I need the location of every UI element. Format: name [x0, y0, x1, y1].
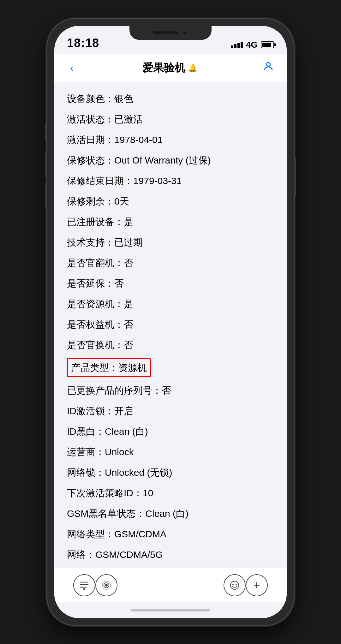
info-row-warranty-status: 保修状态：Out Of Warranty (过保) — [67, 150, 274, 170]
info-label-network-type: 网络类型： — [67, 529, 114, 539]
volume-down-button[interactable] — [45, 183, 47, 208]
info-label-activation-policy: 下次激活策略ID： — [67, 488, 143, 498]
svg-point-1 — [83, 588, 85, 590]
info-row-carrier: 运营商：Unlock — [67, 442, 274, 462]
svg-point-8 — [230, 581, 239, 589]
info-label-replaced-serial: 已更换产品的序列号： — [67, 385, 162, 396]
info-value-device-color: 银色 — [114, 93, 133, 104]
info-row-warranty-remain: 保修剩余：0天 — [67, 191, 274, 212]
info-row-replacement-device: 是否官换机：否 — [67, 335, 274, 355]
info-row-network-lock: 网络锁：Unlocked (无锁) — [67, 462, 274, 483]
info-row-activation-date: 激活日期：1978-04-01 — [67, 129, 274, 150]
info-row-device-color: 设备颜色：银色 — [67, 88, 274, 109]
info-row-network-type: 网络类型：GSM/CDMA — [67, 524, 274, 544]
status-icons: 4G — [231, 40, 274, 50]
front-camera — [182, 30, 188, 36]
signal-button[interactable] — [95, 574, 117, 596]
volume-up-button[interactable] — [45, 152, 47, 177]
info-value-resource-device: 是 — [124, 299, 133, 309]
info-label-warranty-remain: 保修剩余： — [67, 196, 114, 206]
svg-point-5 — [105, 584, 108, 587]
signal-icon — [231, 42, 243, 48]
info-row-activation-policy: 下次激活策略ID：10 — [67, 483, 274, 503]
network-label: 4G — [246, 40, 258, 50]
emoji-button[interactable] — [224, 574, 246, 596]
info-label-activation-status: 激活状态： — [67, 114, 114, 124]
info-value-id-lock: 开启 — [114, 406, 133, 416]
info-row-official-refurb: 是否官翻机：否 — [67, 253, 274, 273]
info-value-activation-date: 1978-04-01 — [114, 134, 163, 145]
info-value-rights-device: 否 — [124, 319, 133, 330]
nav-title: 爱果验机 🔔 — [142, 61, 197, 75]
info-row-warranty-end: 保修结束日期：1979-03-31 — [67, 170, 274, 191]
list-button[interactable] — [73, 574, 95, 596]
power-button[interactable] — [294, 158, 296, 196]
info-row-tech-support: 技术支持：已过期 — [67, 232, 274, 253]
info-value-registered-device: 是 — [124, 217, 133, 227]
info-label-warranty-status: 保修状态： — [67, 155, 114, 165]
info-value-activation-policy: 10 — [143, 488, 153, 498]
info-row-replaced-serial: 已更换产品的序列号：否 — [67, 380, 274, 401]
info-label-activation-date: 激活日期： — [67, 134, 114, 145]
info-row-network: 网络：GSM/CDMA/5G — [67, 544, 274, 565]
status-time: 18:18 — [67, 36, 99, 50]
home-bar — [131, 609, 210, 611]
info-value-carrier: Unlock — [105, 447, 134, 457]
info-label-extended-warranty: 是否延保： — [67, 278, 114, 289]
phone-screen: 18:18 4G ‹ 爱果验机 🔔 — [54, 26, 287, 618]
info-row-product-type: 产品类型：资源机 — [67, 355, 274, 380]
info-label-device-color: 设备颜色： — [67, 93, 114, 104]
bottom-toolbar: + — [54, 568, 287, 602]
info-label-network-lock: 网络锁： — [67, 467, 105, 478]
highlighted-value-product-type: 产品类型：资源机 — [67, 358, 151, 377]
info-value-tech-support: 已过期 — [114, 237, 143, 247]
info-label-id-lock: ID激活锁： — [67, 406, 114, 416]
info-label-network: 网络： — [67, 549, 95, 560]
info-row-sim-card: SIM卡：单卡 (nano-SIM + eSIM) — [67, 565, 274, 568]
info-value-official-refurb: 否 — [124, 258, 133, 268]
info-label-resource-device: 是否资源机： — [67, 299, 124, 309]
info-label-warranty-end: 保修结束日期： — [67, 176, 133, 186]
profile-icon[interactable] — [263, 61, 274, 75]
info-label-replacement-device: 是否官换机： — [67, 340, 124, 350]
notch — [129, 26, 212, 40]
info-label-carrier: 运营商： — [67, 447, 105, 457]
info-value-network: GSM/CDMA/5G — [95, 549, 163, 560]
info-row-id-lock: ID激活锁：开启 — [67, 401, 274, 421]
bell-icon[interactable]: 🔔 — [188, 63, 197, 72]
battery-fill — [262, 43, 271, 47]
info-value-warranty-status: Out Of Warranty (过保) — [114, 155, 211, 165]
svg-point-0 — [266, 63, 270, 66]
nav-title-text: 爱果验机 — [142, 61, 185, 75]
battery-icon — [261, 41, 274, 48]
info-label-id-blacklist: ID黑白： — [67, 426, 105, 437]
info-row-rights-device: 是否权益机：否 — [67, 314, 274, 335]
info-row-gsm-blacklist: GSM黑名单状态：Clean (白) — [67, 503, 274, 524]
info-row-extended-warranty: 是否延保：否 — [67, 273, 274, 294]
home-indicator — [54, 602, 287, 618]
speaker — [153, 31, 178, 34]
info-value-replaced-serial: 否 — [162, 385, 171, 396]
add-button[interactable]: + — [246, 574, 268, 596]
nav-bar: ‹ 爱果验机 🔔 — [54, 54, 287, 82]
content-area[interactable]: 设备颜色：银色激活状态：已激活激活日期：1978-04-01保修状态：Out O… — [54, 82, 287, 568]
info-label-gsm-blacklist: GSM黑名单状态： — [67, 508, 145, 519]
info-value-replacement-device: 否 — [124, 340, 133, 350]
info-label-registered-device: 已注册设备： — [67, 217, 124, 227]
info-row-id-blacklist: ID黑白：Clean (白) — [67, 421, 274, 442]
svg-point-10 — [236, 584, 237, 585]
back-button[interactable]: ‹ — [67, 58, 77, 77]
info-value-warranty-remain: 0天 — [114, 196, 129, 206]
info-row-registered-device: 已注册设备：是 — [67, 212, 274, 232]
info-label-rights-device: 是否权益机： — [67, 319, 124, 330]
info-row-activation-status: 激活状态：已激活 — [67, 109, 274, 129]
info-label-official-refurb: 是否官翻机： — [67, 258, 124, 268]
mute-button[interactable] — [45, 123, 47, 140]
info-value-activation-status: 已激活 — [114, 114, 143, 124]
info-value-warranty-end: 1979-03-31 — [133, 176, 182, 186]
info-label-tech-support: 技术支持： — [67, 237, 114, 247]
info-value-id-blacklist: Clean (白) — [105, 426, 148, 437]
info-value-network-type: GSM/CDMA — [114, 529, 166, 539]
phone-frame: 18:18 4G ‹ 爱果验机 🔔 — [47, 19, 294, 625]
info-value-gsm-blacklist: Clean (白) — [145, 508, 188, 519]
